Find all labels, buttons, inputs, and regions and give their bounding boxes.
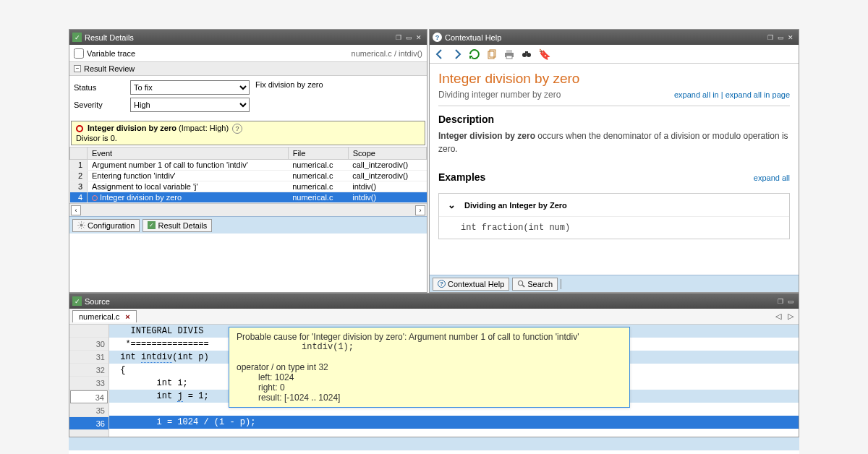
tab-result-details[interactable]: ✓ Result Details [142,219,212,232]
help-content: Integer division by zero Dividing intege… [430,64,799,275]
source-tabs: numerical.c × ◁ ▷ [69,309,799,325]
back-icon[interactable] [434,48,446,60]
line-number: 36 [69,417,109,430]
refresh-icon[interactable] [469,48,480,60]
line-number: 35 [69,404,109,417]
svg-rect-4 [506,50,512,53]
expand-all-link[interactable]: expand all [754,174,790,182]
svg-rect-8 [525,51,528,53]
search-icon [517,280,525,288]
maximize-icon[interactable]: ▭ [786,296,796,307]
horizontal-scrollbar[interactable]: ‹ › [69,203,427,216]
tab-configuration[interactable]: Configuration [72,219,140,232]
table-row[interactable]: 4 Integer division by zero numerical.c i… [70,192,427,203]
code-area[interactable]: 30 31 32 33 34 35 36 INTEGRAL DIVIS *===… [69,325,799,437]
prev-tab-icon[interactable]: ◁ [775,312,781,320]
example-code: int fraction(int num) [439,217,789,239]
result-review-header: − Result Review [69,62,427,76]
help-page-title: Integer division by zero [438,71,790,87]
scroll-right-icon[interactable]: › [415,205,425,215]
restore-icon[interactable]: ❐ [393,33,404,43]
result-details-title: Result Details [85,33,393,42]
svg-line-10 [523,285,525,287]
result-review-form: Status To fix Severity High Fix division… [69,76,427,119]
gear-icon [77,221,85,229]
scroll-left-icon[interactable]: ‹ [71,205,81,215]
col-scope[interactable]: Scope [348,147,426,160]
line-number: 31 [69,351,109,364]
close-icon[interactable]: ✕ [786,33,796,43]
source-header: ✓ Source ❐ ▭ [69,294,799,309]
example-box: ⌄ Dividing an Integer by Zero int fracti… [438,193,790,239]
source-title: Source [85,297,775,306]
table-row[interactable]: 1 Argument number 1 of call to function … [70,160,427,171]
source-tab-file[interactable]: numerical.c × [72,310,137,322]
col-event[interactable]: Event [88,147,289,160]
help-icon[interactable]: ? [232,124,242,134]
status-select[interactable]: To fix [130,80,250,95]
question-icon: ? [433,33,442,42]
example-title: Dividing an Integer by Zero [464,201,567,210]
binoculars-icon[interactable] [521,48,532,60]
maximize-icon[interactable]: ▭ [404,33,414,43]
tooltip-result: result: [-1024 .. 1024] [237,393,622,403]
restore-icon[interactable]: ❐ [765,33,775,43]
description-heading: Description [438,113,790,125]
col-file[interactable]: File [288,147,348,160]
checkmark-icon: ✓ [148,221,156,229]
col-index[interactable] [70,147,88,160]
checkmark-icon: ✓ [72,296,82,306]
variable-trace-label: Variable trace [87,49,135,58]
print-icon[interactable] [503,48,515,60]
breadcrumb: numerical.c / intdiv() [352,49,422,58]
line-number: 30 [69,338,109,351]
table-row[interactable]: 2 Entering function 'intdiv' numerical.c… [70,171,427,181]
contextual-help-panel: ? Contextual Help ❐ ▭ ✕ 🔖 Integer divisi… [429,29,799,293]
description-text: Integer division by zero occurs when the… [438,129,790,155]
forward-icon[interactable] [451,48,463,60]
comment-input[interactable]: Fix division by zero [255,80,323,89]
line-number: 32 [69,364,109,377]
source-panel: ✓ Source ❐ ▭ numerical.c × ◁ ▷ 30 31 32 … [69,293,799,437]
tab-contextual-help[interactable]: ? Contextual Help [433,278,509,291]
examples-heading: Examples [438,171,485,183]
alert-impact: (Impact: High) [179,124,229,132]
tooltip-call: intdiv(1); [237,342,622,352]
example-header[interactable]: ⌄ Dividing an Integer by Zero [439,194,789,217]
code-line[interactable]: i = 1024 / (i - p); [109,416,799,429]
severity-label: Severity [74,100,124,109]
table-row[interactable]: 3 Assignment to local variable 'j' numer… [70,181,427,192]
variable-trace-checkbox[interactable] [74,48,84,59]
expand-all-in-link[interactable]: expand all in [674,90,719,99]
checkmark-icon: ✓ [72,33,82,42]
help-title: Contextual Help [445,33,765,42]
next-tab-icon[interactable]: ▷ [788,312,793,320]
status-label: Status [74,83,124,92]
svg-rect-5 [506,56,512,59]
result-details-header: ✓ Result Details ❐ ▭ ✕ [69,30,427,45]
severity-select[interactable]: High [130,98,250,112]
close-tab-icon[interactable]: × [125,312,129,321]
collapse-icon[interactable]: − [74,65,81,72]
line-number: 34 [70,390,108,403]
tooltip-right: right: 0 [237,382,622,393]
line-number [69,325,109,338]
source-tab-label: numerical.c [79,312,119,321]
restore-icon[interactable]: ❐ [775,296,786,307]
variable-trace-row: Variable trace numerical.c / intdiv() [69,45,427,62]
help-toolbar: 🔖 [430,45,799,64]
alert-title: Integer division by zero [88,124,176,132]
alert-box: Integer division by zero (Impact: High) … [71,121,425,145]
svg-point-0 [80,223,82,226]
maximize-icon[interactable]: ▭ [775,33,786,43]
event-table: Event File Scope 1 Argument number 1 of … [69,147,427,203]
copy-icon[interactable] [486,48,498,60]
question-icon: ? [438,280,446,288]
tooltip-cause: Probable cause for 'Integer division by … [237,332,622,342]
code-tooltip: Probable cause for 'Integer division by … [229,327,630,408]
bookmark-icon[interactable]: 🔖 [538,48,550,60]
expand-all-page-link[interactable]: expand all in page [726,90,790,99]
tab-search[interactable]: Search [512,278,558,291]
tab-nav-arrows: ◁ ▷ [773,312,796,321]
close-icon[interactable]: ✕ [414,33,424,43]
